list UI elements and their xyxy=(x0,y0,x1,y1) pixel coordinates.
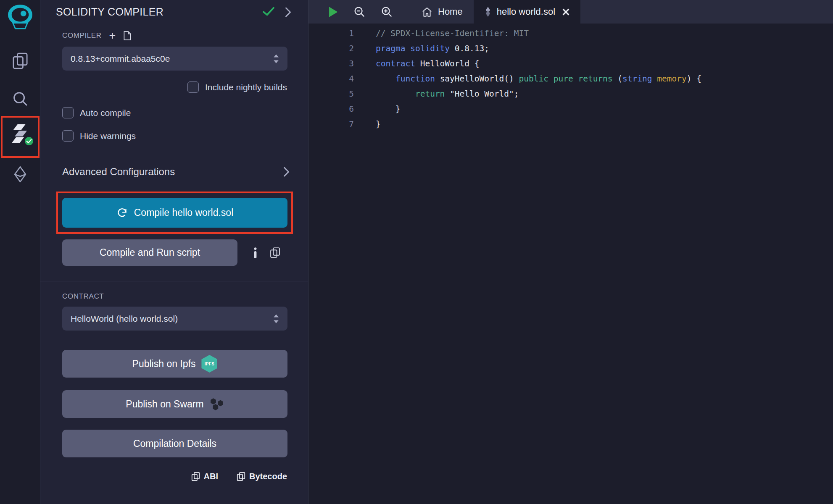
solidity-compiler-panel: SOLIDITY COMPILER COMPILER + xyxy=(40,0,308,504)
select-arrows-icon xyxy=(273,314,279,324)
hide-warnings-checkbox[interactable] xyxy=(62,130,74,142)
tab-hello-world-sol[interactable]: hello world.sol xyxy=(474,0,580,24)
code-line-content: // SPDX-License-Identifier: MIT xyxy=(354,26,529,41)
panel-header-icons xyxy=(262,6,291,18)
code-line: 2pragma solidity 0.8.13; xyxy=(308,41,833,56)
publish-on-ipfs-button[interactable]: Publish on Ipfs IPFS xyxy=(62,350,287,378)
line-number: 3 xyxy=(308,56,354,71)
publish-on-ipfs-label: Publish on Ipfs xyxy=(132,358,196,370)
section-divider xyxy=(40,281,308,281)
compile-success-check-icon xyxy=(262,6,275,18)
close-icon xyxy=(562,8,569,16)
info-icon xyxy=(253,247,257,258)
editor-toolbar xyxy=(328,0,393,24)
panel-title: SOLIDITY COMPILER xyxy=(56,6,163,18)
auto-compile-row: Auto compile xyxy=(62,107,308,118)
remix-logo[interactable] xyxy=(7,4,33,31)
code-line-content: pragma solidity 0.8.13; xyxy=(354,41,489,56)
code-line: 5 return "Hello World"; xyxy=(308,87,833,102)
publish-on-swarm-button[interactable]: Publish on Swarm xyxy=(62,390,287,418)
auto-compile-label: Auto compile xyxy=(80,108,131,118)
code-line-content: return "Hello World"; xyxy=(354,87,519,102)
panel-collapse-button[interactable] xyxy=(285,7,291,18)
open-compiler-file-button[interactable] xyxy=(123,31,132,41)
search-icon xyxy=(12,91,28,107)
tab-hello-world-label: hello world.sol xyxy=(497,6,555,17)
code-editor[interactable]: 1// SPDX-License-Identifier: MIT2pragma … xyxy=(308,24,833,504)
compile-button-wrap: Compile hello world.sol xyxy=(62,198,287,228)
editor-tab-bar: Home hello world.sol xyxy=(308,0,833,24)
activity-bar xyxy=(0,0,40,504)
compile-button-label: Compile hello world.sol xyxy=(134,207,234,218)
deploy-and-run-icon xyxy=(12,165,29,183)
file-explorer-icon xyxy=(12,52,29,70)
copy-script-button[interactable] xyxy=(270,247,280,258)
tab-home[interactable]: Home xyxy=(411,0,474,24)
remix-ide: SOLIDITY COMPILER COMPILER + xyxy=(0,0,833,504)
line-number: 6 xyxy=(308,102,354,117)
zoom-out-button[interactable] xyxy=(353,6,366,18)
line-number: 7 xyxy=(308,117,354,132)
remix-logo-icon xyxy=(7,4,33,29)
play-icon xyxy=(328,6,338,18)
code-line: 3contract HelloWorld { xyxy=(308,56,833,71)
search-button[interactable] xyxy=(12,91,28,107)
copy-bytecode-button[interactable]: Bytecode xyxy=(237,472,287,481)
contract-select[interactable]: HelloWorld (hello world.sol) xyxy=(62,307,287,331)
tab-home-label: Home xyxy=(438,6,463,17)
line-number: 2 xyxy=(308,41,354,56)
compilation-details-label: Compilation Details xyxy=(133,438,216,449)
line-number: 5 xyxy=(308,87,354,102)
hide-warnings-row: Hide warnings xyxy=(62,130,308,142)
compiler-version-value: 0.8.13+commit.abaa5c0e xyxy=(71,54,170,64)
run-script-button[interactable] xyxy=(328,6,338,18)
panel-header: SOLIDITY COMPILER xyxy=(40,0,308,18)
compile-and-run-label: Compile and Run script xyxy=(100,247,200,258)
compiler-section-header: COMPILER + xyxy=(62,31,287,41)
file-explorer-button[interactable] xyxy=(12,52,29,70)
advanced-configurations-label: Advanced Configurations xyxy=(62,166,175,178)
compile-button[interactable]: Compile hello world.sol xyxy=(62,198,287,228)
swarm-icon xyxy=(210,397,224,411)
copy-icon xyxy=(191,472,200,481)
hide-warnings-label: Hide warnings xyxy=(80,131,136,141)
code-line-content: contract HelloWorld { xyxy=(354,56,480,71)
close-tab-button[interactable] xyxy=(562,8,569,16)
auto-compile-checkbox[interactable] xyxy=(62,107,74,118)
home-icon xyxy=(422,7,432,17)
compilation-details-button[interactable]: Compilation Details xyxy=(62,430,287,457)
ipfs-icon: IPFS xyxy=(201,355,217,373)
file-icon xyxy=(123,31,132,41)
refresh-icon xyxy=(116,207,128,218)
zoom-out-icon xyxy=(353,6,366,18)
add-custom-compiler-button[interactable]: + xyxy=(109,32,116,40)
advanced-configurations-toggle[interactable]: Advanced Configurations xyxy=(62,166,290,178)
solidity-icon xyxy=(485,7,491,17)
include-nightly-row: Include nightly builds xyxy=(40,81,287,93)
compile-and-run-info-button[interactable] xyxy=(253,247,257,258)
contract-section-label: CONTRACT xyxy=(62,292,104,301)
abi-label: ABI xyxy=(204,472,218,481)
contract-select-value: HelloWorld (hello world.sol) xyxy=(71,314,178,324)
code-line: 4 function sayHelloWorld() public pure r… xyxy=(308,71,833,87)
solidity-compiler-module xyxy=(10,123,30,145)
plus-icon: + xyxy=(109,32,116,40)
compile-and-run-button[interactable]: Compile and Run script xyxy=(62,239,237,266)
publish-on-swarm-label: Publish on Swarm xyxy=(126,399,203,410)
select-arrows-icon xyxy=(273,54,279,64)
chevron-right-icon xyxy=(283,166,290,177)
code-line-content: } xyxy=(354,102,401,117)
contract-section-header: CONTRACT xyxy=(62,292,287,301)
deploy-and-run-button[interactable] xyxy=(12,165,29,183)
zoom-in-button[interactable] xyxy=(381,6,393,18)
include-nightly-checkbox[interactable] xyxy=(187,81,199,93)
abi-bytecode-row: ABI Bytecode xyxy=(40,472,287,481)
zoom-in-icon xyxy=(381,6,393,18)
editor-area: Home hello world.sol 1// SPDX-License-Id… xyxy=(308,0,833,504)
copy-abi-button[interactable]: ABI xyxy=(191,472,218,481)
include-nightly-label: Include nightly builds xyxy=(205,82,287,92)
compiler-version-select[interactable]: 0.8.13+commit.abaa5c0e xyxy=(62,47,287,71)
line-number: 4 xyxy=(308,71,354,87)
compile-success-badge xyxy=(24,136,34,148)
compiler-section-label: COMPILER xyxy=(62,32,102,40)
